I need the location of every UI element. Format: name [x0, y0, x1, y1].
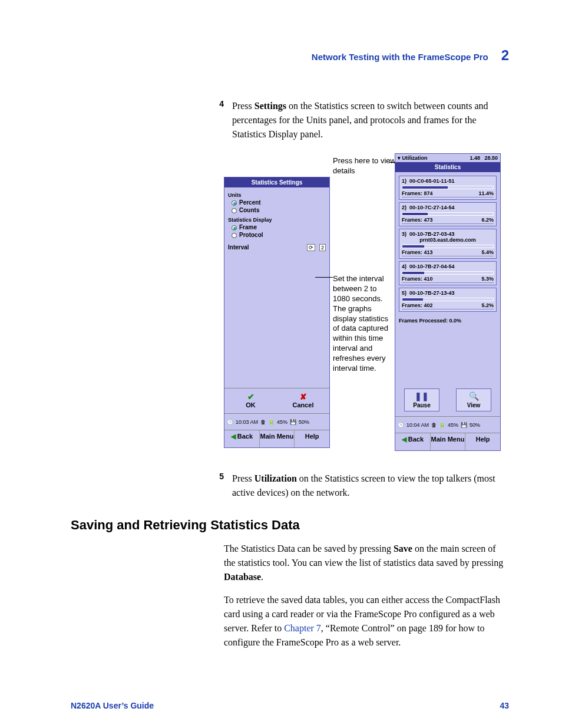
status-time: 10:04 AM — [406, 422, 429, 428]
chapter-title: Network Testing with the FrameScope Pro — [312, 52, 488, 62]
callout-interval: Set the interval between 2 to 1080 secon… — [333, 274, 395, 374]
clock-icon: 🕒 — [227, 419, 233, 425]
back-arrow-icon: ◀ — [402, 436, 408, 443]
page-footer: N2620A User’s Guide 43 — [71, 701, 509, 710]
nav-bar: ◀ Back Main Menu Help — [395, 433, 500, 450]
statsdisplay-group-label: Statistics Display — [228, 217, 326, 223]
radio-protocol[interactable]: Protocol — [232, 232, 326, 238]
status-bar: 🕒 10:03 AM 🗑 🔋 45% 💾 50% — [224, 413, 329, 430]
page-header: Network Testing with the FrameScope Pro … — [71, 47, 509, 64]
step-text: Press Settings on the Statistics screen … — [232, 99, 509, 141]
settings-title: Statistics Settings — [224, 177, 329, 187]
pause-button[interactable]: ❚❚Pause — [404, 388, 439, 411]
status-batt: 45% — [277, 419, 287, 425]
pause-icon: ❚❚ — [405, 391, 439, 401]
ok-cancel-bar: ✔OK ✘Cancel — [224, 388, 329, 412]
main-menu-button[interactable]: Main Menu — [260, 430, 295, 447]
callout-press-details: Press here to view details — [333, 156, 398, 176]
interval-label: Interval — [228, 244, 249, 251]
statistics-screen: ▾ Utilization 1.48 28.50 Statistics 1) 0… — [395, 153, 501, 451]
stat-item[interactable]: 4) 00-10-7B-27-04-54Frames: 4105.3% — [399, 261, 497, 285]
interval-spinner-icon[interactable]: ⟳ — [307, 244, 315, 251]
para-save: The Statistics Data can be saved by pres… — [224, 542, 507, 584]
step-5: 5 Press Utilization on the Statistics sc… — [212, 472, 509, 500]
para-retrieve: To retrieve the saved data tables, you c… — [224, 593, 507, 650]
status-batt: 45% — [448, 422, 458, 428]
check-icon: ✔ — [224, 392, 277, 401]
interval-value[interactable]: 2 — [319, 244, 326, 251]
disk-icon: 💾 — [290, 419, 296, 425]
back-arrow-icon: ◀ — [231, 433, 237, 440]
magnifier-icon: 🔍 — [457, 391, 491, 401]
settings-screen: Statistics Settings Units Percent Counts… — [224, 177, 330, 448]
callout-line — [315, 277, 333, 278]
stat-item[interactable]: 5) 00-10-7B-27-13-43Frames: 4025.2% — [399, 288, 497, 312]
figure-area: Press here to view details Statistics Se… — [224, 153, 509, 454]
stat-item[interactable]: 1) 00-C0-65-01-11-51Frames: 87411.4% — [399, 176, 497, 200]
back-button[interactable]: ◀ Back — [395, 433, 431, 450]
battery-icon: 🔋 — [439, 422, 445, 428]
view-button[interactable]: 🔍View — [456, 388, 491, 411]
help-button[interactable]: Help — [295, 430, 329, 447]
radio-counts[interactable]: Counts — [232, 207, 326, 213]
step-4: 4 Press Settings on the Statistics scree… — [212, 99, 509, 141]
clock-icon: 🕒 — [398, 422, 404, 428]
section-heading: Saving and Retrieving Statistics Data — [71, 518, 509, 533]
status-time: 10:03 AM — [236, 419, 258, 425]
frames-processed: Frames Processed: 0.0% — [395, 315, 500, 326]
main-menu-button[interactable]: Main Menu — [431, 433, 466, 450]
step-number: 4 — [212, 99, 224, 108]
cross-icon: ✘ — [277, 392, 329, 401]
battery-icon: 🔋 — [268, 419, 275, 425]
trash-icon: 🗑 — [431, 422, 437, 428]
radio-icon — [232, 208, 237, 213]
radio-frame[interactable]: Frame — [232, 224, 326, 230]
radio-icon — [232, 225, 237, 230]
help-button[interactable]: Help — [465, 433, 500, 450]
pause-view-bar: ❚❚Pause 🔍View — [395, 385, 500, 415]
trash-icon: 🗑 — [260, 419, 266, 425]
status-bar: 🕒 10:04 AM 🗑 🔋 45% 💾 50% — [395, 416, 500, 433]
radio-icon — [232, 233, 237, 238]
radio-percent[interactable]: Percent — [232, 199, 326, 206]
footer-guide: N2620A User’s Guide — [71, 701, 154, 710]
cancel-button[interactable]: ✘Cancel — [277, 388, 329, 412]
step-number: 5 — [212, 472, 224, 481]
back-button[interactable]: ◀ Back — [224, 430, 260, 447]
status-mem: 50% — [299, 419, 309, 425]
disk-icon: 💾 — [461, 422, 467, 428]
radio-icon — [232, 200, 237, 206]
interval-row: Interval ⟳ 2 — [228, 244, 326, 251]
status-mem: 50% — [470, 422, 480, 428]
chapter7-link[interactable]: Chapter 7 — [284, 623, 321, 633]
utilization-row[interactable]: ▾ Utilization 1.48 28.50 — [395, 154, 500, 162]
nav-bar: ◀ Back Main Menu Help — [224, 430, 329, 447]
step-text: Press Utilization on the Statistics scre… — [232, 472, 509, 500]
units-group-label: Units — [228, 192, 326, 198]
stats-title: Statistics — [395, 162, 500, 172]
stat-item[interactable]: 3) 00-10-7B-27-03-43prnt03.east.demo.com… — [399, 229, 497, 259]
stats-list: 1) 00-C0-65-01-11-51Frames: 87411.4%2) 0… — [395, 172, 500, 315]
footer-page: 43 — [500, 701, 509, 710]
stat-item[interactable]: 2) 00-10-7C-27-14-54Frames: 4736.2% — [399, 202, 497, 226]
chapter-number: 2 — [501, 47, 509, 63]
ok-button[interactable]: ✔OK — [224, 388, 277, 412]
